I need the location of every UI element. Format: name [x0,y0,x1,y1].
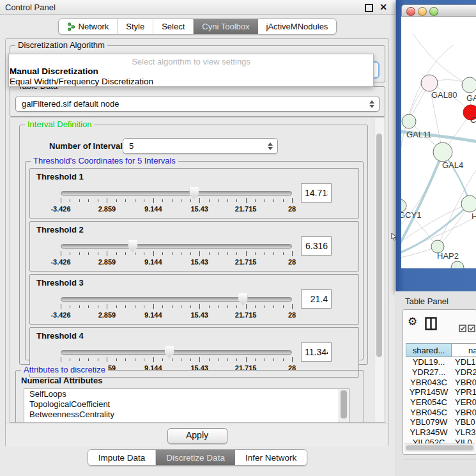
slider-track[interactable] [61,350,292,355]
node-label: HAP2 [437,251,459,261]
tick-label: 2.859 [98,205,116,213]
number-of-intervals-combobox[interactable]: 5 [123,138,278,154]
threshold-label: Threshold 1 [30,172,358,181]
cell-shared-name[interactable]: YBR045C [406,408,452,417]
table-row[interactable]: YDL19...YDL1 [406,357,476,367]
table-data-combobox[interactable]: galFiltered.sif default node [15,96,380,112]
table-row[interactable]: YBR043CYBR0 [406,377,476,387]
threshold-value-field[interactable] [301,183,332,203]
tab-discretize-data[interactable]: Discretize Data [156,450,235,465]
cell-shared-name[interactable]: YPR145W [406,387,452,397]
column-header-na[interactable]: na [452,343,476,357]
attribute-item[interactable]: SelfLoops [24,389,349,399]
tick-mark [125,252,126,255]
attribute-item[interactable]: BetweennessCentrality [24,410,349,420]
algorithm-dropdown-popup: Select algorithm to view settings Manual… [8,54,374,87]
gear-icon[interactable]: ⚙ [408,316,417,327]
cell-name[interactable]: YLR3 [452,427,476,437]
threshold-value-field[interactable] [301,289,332,309]
cell-shared-name[interactable]: YDL19... [406,357,452,367]
tick-mark [273,252,274,255]
table-row[interactable]: YER054CYER0 [406,397,476,408]
cell-name[interactable]: YER0 [452,397,476,407]
tick-mark [125,358,126,361]
top-tab-group: NetworkStyleSelectCyni ToolboxjActiveMNo… [58,19,337,35]
cell-name[interactable]: YPR1 [452,387,476,397]
algorithm-option-manual-discretization[interactable]: Manual Discretization [10,66,374,77]
network-node[interactable] [462,77,476,93]
float-window-icon[interactable] [365,4,373,12]
slider[interactable]: -3.4262.8599.14415.4321.71528 [61,293,292,319]
table-row[interactable]: YLR345WYLR3 [406,427,476,438]
tick-mark [79,252,80,255]
minimize-traffic-icon[interactable] [418,7,427,16]
tick-mark [236,199,237,202]
cell-name[interactable]: YBR0 [452,378,476,387]
node-label: GA [466,93,476,103]
tick-mark [218,252,219,255]
apply-button[interactable]: Apply [167,428,227,444]
cell-shared-name[interactable]: YER054C [406,397,452,407]
close-traffic-icon[interactable] [406,7,415,16]
slider-track[interactable] [61,297,292,302]
tab-network[interactable]: Network [59,19,118,34]
slider-track[interactable] [61,191,292,196]
cell-shared-name[interactable]: YLR345W [406,427,452,437]
number-of-intervals-value: 5 [129,141,134,151]
column-layout-icon[interactable] [425,317,437,330]
tab-label: Impute Data [98,453,146,463]
network-node[interactable] [461,196,476,212]
attributes-scrollbar[interactable] [339,389,349,422]
mouse-cursor [391,233,397,243]
cell-name[interactable]: YDL1 [452,357,476,367]
tab-infer-network[interactable]: Infer Network [235,450,307,465]
close-icon[interactable]: ✕ [380,2,387,12]
tick-mark [236,252,237,255]
table-row[interactable]: YBL079WYBL0 [406,417,476,427]
network-node[interactable] [451,261,464,268]
slider[interactable]: -3.4262.8599.14415.4321.71528 [61,240,292,266]
tab-style[interactable]: Style [118,19,153,34]
column-header-shared[interactable]: shared... [406,343,452,357]
numerical-attributes-list[interactable]: SelfLoopsTopologicalCoefficientBetweenne… [24,388,349,423]
cell-shared-name[interactable]: YBR043C [406,378,452,387]
tick-mark [255,199,256,202]
tick-mark [218,305,219,308]
network-node[interactable] [421,75,438,91]
network-canvas[interactable]: GAL80GACGAL11GAL4GCY1HHAP2 [401,17,476,268]
network-node[interactable] [402,114,416,128]
scrollbar-thumb[interactable] [341,390,347,418]
table-row[interactable]: YBR045CYBR0 [406,407,476,417]
tick-mark [273,305,274,308]
scrollbar-thumb[interactable] [376,134,382,357]
threshold-value-field[interactable] [301,236,332,256]
slider-track[interactable] [61,244,292,249]
cell-shared-name[interactable]: YDR27... [406,367,452,377]
scrollbar-thumb[interactable] [406,445,473,450]
tick-mark [199,198,200,203]
network-node[interactable] [433,142,452,162]
table-row[interactable]: YDR27...YDR2 [406,367,476,378]
algorithm-option-equal-width-frequency-discretization[interactable]: Equal Width/Frequency Discretization [10,77,374,87]
threshold-value-field[interactable] [301,342,332,362]
table-row[interactable]: YPR145WYPR1 [406,387,476,397]
zoom-traffic-icon[interactable] [429,7,438,16]
attribute-item[interactable]: TopologicalCoefficient [24,399,349,410]
tab-impute-data[interactable]: Impute Data [88,450,157,465]
tab-cyni-toolbox[interactable]: Cyni Toolbox [194,19,257,34]
slider[interactable]: -3.4262.8599.14415.4321.71528 [61,187,292,213]
horizontal-scrollbar[interactable] [404,443,475,452]
checkbox-icon[interactable] [468,325,475,332]
cell-name[interactable]: YBL0 [452,417,475,427]
vertical-scrollbar[interactable] [374,118,385,422]
cell-name[interactable]: YDR2 [452,367,476,377]
tick-mark [265,199,265,202]
tab-select[interactable]: Select [153,19,194,34]
cell-name[interactable]: YBR0 [452,408,476,417]
checkbox-icon[interactable] [459,325,466,332]
tab-jactivemnodules[interactable]: jActiveMNodules [258,19,337,34]
network-window-titlebar[interactable] [401,4,476,17]
network-view-window[interactable]: GAL80GACGAL11GAL4GCY1HHAP2 [396,0,476,291]
table-data-value: galFiltered.sif default node [22,99,119,109]
cell-shared-name[interactable]: YBL079W [406,417,452,427]
